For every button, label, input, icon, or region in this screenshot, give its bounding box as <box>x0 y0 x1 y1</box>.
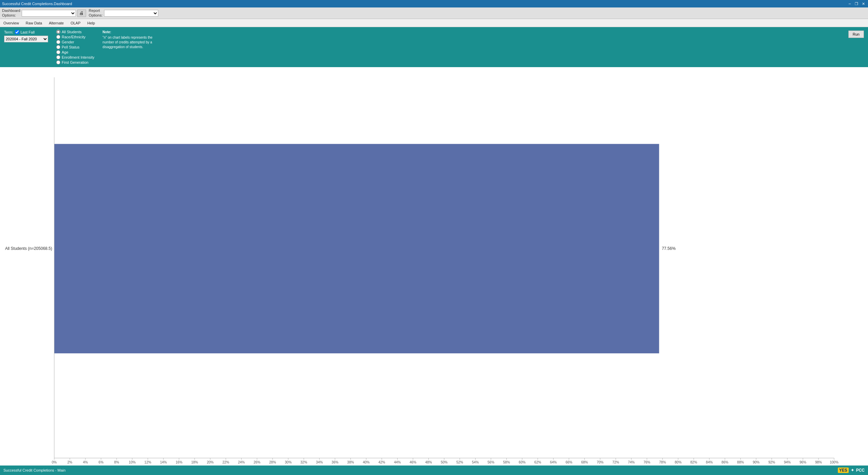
radio-age[interactable]: Age <box>56 50 95 54</box>
svg-text:72%: 72% <box>612 460 619 464</box>
dashboard-options-select[interactable] <box>22 10 76 17</box>
term-label: Term: <box>4 30 14 34</box>
svg-text:58%: 58% <box>503 460 510 464</box>
svg-text:62%: 62% <box>534 460 541 464</box>
svg-text:18%: 18% <box>191 460 198 464</box>
radio-gender[interactable]: Gender <box>56 40 95 44</box>
svg-text:74%: 74% <box>628 460 635 464</box>
svg-text:22%: 22% <box>222 460 229 464</box>
svg-text:84%: 84% <box>706 460 713 464</box>
options-panel: Term: Last Fall 202004 - Fall 2020 All S… <box>0 27 868 67</box>
menu-help[interactable]: Help <box>86 20 97 26</box>
title-bar: Successful Credit Completions.Dashboard … <box>0 0 868 7</box>
svg-text:34%: 34% <box>316 460 323 464</box>
term-select[interactable]: 202004 - Fall 2020 <box>4 36 48 42</box>
title-bar-controls: − ❐ ✕ <box>847 1 866 6</box>
svg-text:92%: 92% <box>768 460 775 464</box>
title-bar-text: Successful Credit Completions.Dashboard <box>2 2 72 6</box>
note-box: Note: "n" on chart labels represents the… <box>103 30 164 50</box>
logo-separator: ✦ <box>851 468 854 473</box>
menu-alternate[interactable]: Alternate <box>47 20 65 26</box>
menu-olap[interactable]: OLAP <box>69 20 82 26</box>
svg-text:48%: 48% <box>425 460 432 464</box>
svg-text:16%: 16% <box>176 460 182 464</box>
svg-text:77.56%: 77.56% <box>662 246 676 251</box>
svg-text:42%: 42% <box>378 460 385 464</box>
svg-text:46%: 46% <box>409 460 416 464</box>
last-fall-label: Last Fall <box>21 30 35 34</box>
print-button[interactable]: 🖨 <box>77 9 86 17</box>
svg-text:36%: 36% <box>331 460 338 464</box>
svg-text:78%: 78% <box>659 460 666 464</box>
svg-text:26%: 26% <box>254 460 260 464</box>
svg-text:4%: 4% <box>83 460 88 464</box>
radio-pell-status[interactable]: Pell Status <box>56 45 95 49</box>
disaggregation-radio-group: All Students Race/Ethnicity Gender Pell … <box>56 30 95 64</box>
pcc-logo: PCC <box>856 468 865 473</box>
svg-text:50%: 50% <box>441 460 447 464</box>
radio-all-students[interactable]: All Students <box>56 30 95 34</box>
svg-text:6%: 6% <box>99 460 104 464</box>
report-label: Report Options: <box>89 8 103 17</box>
last-fall-checkbox[interactable] <box>15 30 19 34</box>
status-bar: Successful Credit Completions - Main YES… <box>0 466 868 475</box>
term-label-row: Term: Last Fall <box>4 30 48 34</box>
report-options-select[interactable] <box>104 10 158 17</box>
radio-enrollment-intensity[interactable]: Enrollment Intensity <box>56 55 95 59</box>
status-logo: YES ✦ PCC <box>838 468 865 473</box>
menu-bar: Overview Raw Data Alternate OLAP Help <box>0 19 868 27</box>
svg-text:52%: 52% <box>457 460 463 464</box>
svg-text:80%: 80% <box>675 460 682 464</box>
svg-text:68%: 68% <box>581 460 588 464</box>
minimize-button[interactable]: − <box>847 1 852 6</box>
chart-svg: All Students (n=205068.5)77.56%0%2%4%6%8… <box>0 67 868 475</box>
svg-text:90%: 90% <box>753 460 760 464</box>
svg-rect-0 <box>54 144 659 354</box>
dashboard-options-group: Dashboard Options: 🖨 <box>2 8 86 17</box>
svg-text:44%: 44% <box>394 460 401 464</box>
svg-text:28%: 28% <box>269 460 276 464</box>
svg-text:64%: 64% <box>550 460 557 464</box>
radio-first-generation[interactable]: First Generation <box>56 60 95 64</box>
run-button-container: Run <box>848 30 864 38</box>
svg-text:88%: 88% <box>737 460 744 464</box>
svg-text:86%: 86% <box>722 460 728 464</box>
term-group: Term: Last Fall 202004 - Fall 2020 <box>4 30 48 42</box>
svg-text:98%: 98% <box>815 460 822 464</box>
report-options-group: Report Options: <box>89 8 158 17</box>
chart-area: All Students (n=205068.5)77.56%0%2%4%6%8… <box>0 67 868 475</box>
menu-overview[interactable]: Overview <box>2 20 20 26</box>
restore-button[interactable]: ❐ <box>854 1 859 6</box>
svg-text:60%: 60% <box>519 460 526 464</box>
menu-raw-data[interactable]: Raw Data <box>24 20 43 26</box>
svg-text:0%: 0% <box>52 460 57 464</box>
dashboard-label: Dashboard Options: <box>2 8 20 17</box>
status-title: Successful Credit Completions - Main <box>3 468 65 472</box>
svg-text:2%: 2% <box>67 460 73 464</box>
svg-text:94%: 94% <box>784 460 791 464</box>
svg-text:40%: 40% <box>363 460 369 464</box>
svg-text:12%: 12% <box>144 460 151 464</box>
svg-text:56%: 56% <box>488 460 494 464</box>
yes-logo: YES <box>838 468 849 473</box>
svg-text:70%: 70% <box>597 460 604 464</box>
svg-text:10%: 10% <box>129 460 136 464</box>
svg-text:20%: 20% <box>207 460 214 464</box>
svg-text:100%: 100% <box>830 460 839 464</box>
svg-text:30%: 30% <box>285 460 291 464</box>
svg-text:38%: 38% <box>347 460 354 464</box>
toolbar: Dashboard Options: 🖨 Report Options: <box>0 7 868 19</box>
svg-text:All Students (n=205068.5): All Students (n=205068.5) <box>5 246 52 251</box>
note-title: Note: <box>103 30 164 35</box>
svg-text:66%: 66% <box>566 460 572 464</box>
radio-race-ethnicity[interactable]: Race/Ethnicity <box>56 35 95 39</box>
svg-text:32%: 32% <box>300 460 307 464</box>
note-text: "n" on chart labels represents the numbe… <box>103 35 164 50</box>
svg-text:24%: 24% <box>238 460 245 464</box>
svg-text:8%: 8% <box>114 460 119 464</box>
svg-text:82%: 82% <box>690 460 697 464</box>
run-button[interactable]: Run <box>848 31 864 38</box>
svg-text:54%: 54% <box>472 460 479 464</box>
close-button[interactable]: ✕ <box>861 1 866 6</box>
svg-text:96%: 96% <box>800 460 806 464</box>
